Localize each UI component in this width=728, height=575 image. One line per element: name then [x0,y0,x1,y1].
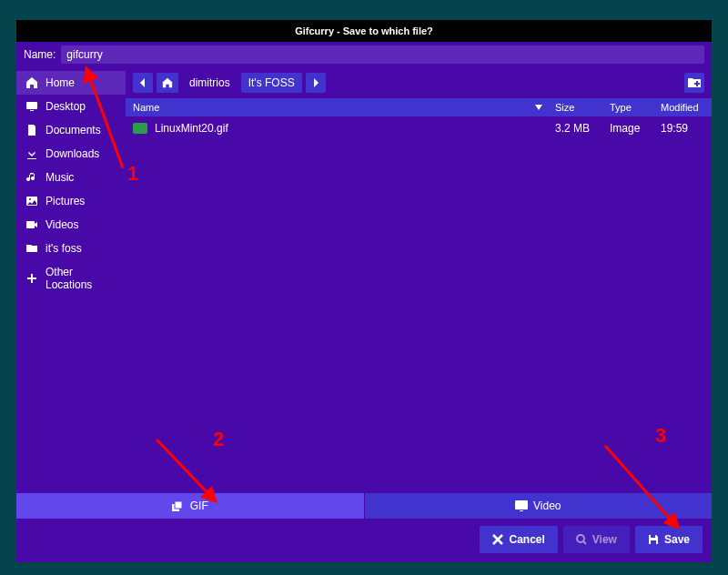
sidebar-item-label: Downloads [46,147,99,160]
svg-point-9 [577,535,584,542]
sidebar-item-other-locations[interactable]: Other Locations [16,260,126,297]
name-label: Name: [24,48,56,61]
downloads-icon [25,147,38,160]
magnify-icon [576,534,587,545]
column-size[interactable]: Size [550,98,604,116]
file-list: LinuxMint20.gif 3.2 MB Image 19:59 [126,116,712,493]
svg-rect-7 [515,500,528,509]
name-row: Name: [16,42,712,67]
save-icon [648,534,659,545]
plus-icon [25,272,38,285]
sidebar-item-documents[interactable]: Documents [16,118,126,142]
view-button[interactable]: View [563,526,630,553]
tab-gif[interactable]: GIF [16,493,364,519]
format-tabs: GIF Video [16,493,712,519]
column-type[interactable]: Type [604,98,655,116]
sidebar-item-pictures[interactable]: Pictures [16,189,126,213]
svg-rect-11 [651,540,656,544]
stack-icon [172,499,185,512]
sidebar-item-label: Desktop [46,100,86,113]
svg-point-3 [29,198,31,200]
svg-rect-10 [651,535,655,538]
places-sidebar: Home Desktop Documents Downloads Music P… [16,67,126,493]
sidebar-item-desktop[interactable]: Desktop [16,95,126,118]
svg-rect-6 [175,501,182,509]
file-row[interactable]: LinuxMint20.gif 3.2 MB Image 19:59 [126,116,712,140]
sort-down-icon [535,105,542,110]
sidebar-item-music[interactable]: Music [16,166,126,189]
folder-icon [25,242,38,255]
breadcrumb-segment[interactable]: It's FOSS [241,73,302,93]
sidebar-item-folder[interactable]: it's foss [16,237,126,260]
main-pane: dimitrios It's FOSS Name Size Type Modif… [126,67,712,493]
save-dialog: Gifcurry - Save to which file? Name: Hom… [16,20,712,562]
action-row: Cancel View Save [16,519,712,562]
documents-icon [25,124,38,136]
sidebar-item-videos[interactable]: Videos [16,213,126,237]
column-modified[interactable]: Modified [655,98,712,116]
svg-rect-1 [30,110,34,111]
file-name: LinuxMint20.gif [155,122,228,135]
close-icon [492,534,503,545]
sidebar-item-label: Pictures [46,195,85,207]
tab-video[interactable]: Video [365,493,713,519]
filename-input[interactable] [61,45,704,64]
breadcrumb-segment[interactable]: dimitrios [182,73,238,93]
sidebar-item-label: Other Locations [46,266,116,291]
table-header: Name Size Type Modified [126,98,712,116]
sidebar-item-home[interactable]: Home [16,71,126,95]
sidebar-item-label: Music [46,171,74,184]
new-folder-button[interactable] [684,73,704,93]
pictures-icon [25,195,38,207]
monitor-icon [515,500,528,511]
cancel-button[interactable]: Cancel [480,526,557,553]
save-button[interactable]: Save [635,526,703,553]
nav-back-button[interactable] [133,73,153,93]
file-size: 3.2 MB [550,120,604,136]
column-name[interactable]: Name [126,98,550,116]
sidebar-item-downloads[interactable]: Downloads [16,142,126,166]
sidebar-item-label: Home [46,76,75,89]
file-modified: 19:59 [655,120,712,136]
svg-rect-0 [26,102,37,109]
sidebar-item-label: Videos [46,218,78,231]
sidebar-item-label: it's foss [46,242,82,255]
breadcrumb: dimitrios It's FOSS [126,67,712,98]
sidebar-item-label: Documents [46,124,101,136]
nav-forward-button[interactable] [306,73,326,93]
music-icon [25,171,38,184]
home-icon [25,76,38,89]
videos-icon [25,218,38,231]
desktop-icon [25,100,38,113]
nav-home-button[interactable] [157,73,178,93]
file-thumbnail-icon [133,123,147,134]
svg-rect-8 [520,510,523,511]
svg-rect-4 [26,221,35,228]
titlebar: Gifcurry - Save to which file? [16,20,712,42]
file-type: Image [604,120,655,136]
